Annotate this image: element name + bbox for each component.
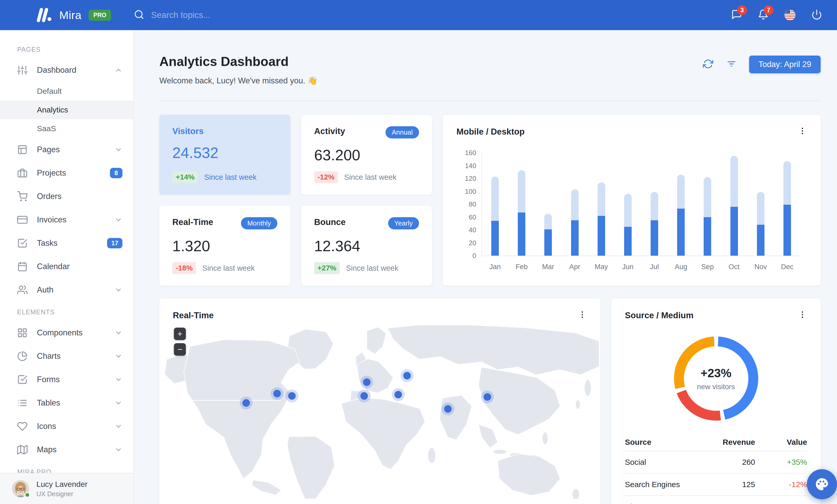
stat-delta-chip: -12% bbox=[314, 171, 338, 183]
sidebar-user-profile[interactable]: Lucy Lavender UX Designer bbox=[0, 473, 133, 504]
bar-segment-desktop bbox=[544, 214, 552, 229]
chevron-down-icon bbox=[114, 446, 122, 453]
sidebar-item-dashboard[interactable]: Dashboard bbox=[0, 58, 133, 82]
calendar-icon bbox=[17, 261, 28, 272]
bar-segment-mobile bbox=[677, 209, 685, 256]
date-range-button[interactable]: Today: April 29 bbox=[749, 56, 821, 73]
main-content: Analytics Dashboard Welcome back, Lucy! … bbox=[134, 30, 837, 504]
power-icon bbox=[811, 9, 822, 21]
pro-badge: PRO bbox=[89, 10, 111, 21]
sidebar-item-components[interactable]: Components bbox=[0, 321, 133, 344]
sidebar-item-label: Dashboard bbox=[37, 66, 76, 75]
sidebar-item-label: Tables bbox=[37, 398, 60, 408]
language-button[interactable] bbox=[784, 9, 796, 21]
sidebar-item-tasks[interactable]: Tasks17 bbox=[0, 231, 133, 255]
stat-card-visitors: Visitors24.532+14%Since last week bbox=[159, 115, 290, 194]
sidebar-item-projects[interactable]: Projects8 bbox=[0, 161, 133, 185]
bar-segment-mobile bbox=[571, 220, 578, 256]
sidebar-item-charts[interactable]: Charts bbox=[0, 344, 133, 368]
more-vertical-icon bbox=[798, 127, 807, 136]
check-square-icon bbox=[17, 238, 28, 248]
sidebar-count-badge: 8 bbox=[110, 168, 122, 178]
stat-period-badge[interactable]: Annual bbox=[386, 126, 419, 138]
source-menu-button[interactable] bbox=[798, 311, 807, 320]
layout-icon bbox=[17, 145, 28, 155]
bar-segment-desktop bbox=[598, 182, 605, 216]
sidebar-item-maps[interactable]: Maps bbox=[0, 438, 133, 461]
messages-count-badge: 3 bbox=[737, 5, 747, 15]
sidebar-item-tables[interactable]: Tables bbox=[0, 391, 133, 415]
sidebar-subitem-saas[interactable]: SaaS bbox=[0, 119, 133, 138]
analytics-dashboard-page: { "navbar": { "brand": "Mira", "brand_ba… bbox=[0, 0, 837, 504]
y-axis-tick: 100 bbox=[458, 187, 476, 195]
more-vertical-icon bbox=[578, 310, 587, 320]
chart-menu-button[interactable] bbox=[798, 127, 807, 136]
bar-segment-mobile bbox=[544, 229, 552, 256]
pie-chart-icon bbox=[17, 351, 28, 361]
y-axis-tick: 20 bbox=[458, 239, 476, 247]
stat-caption: Since last week bbox=[344, 173, 397, 182]
x-axis-label: Feb bbox=[515, 263, 528, 271]
sidebar-item-icons[interactable]: Icons bbox=[0, 415, 133, 438]
table-row-social: Social260+35% bbox=[625, 451, 807, 473]
map-marker bbox=[484, 393, 491, 401]
search-input[interactable] bbox=[151, 10, 297, 20]
bar-segment-desktop bbox=[651, 192, 658, 220]
stat-value: 24.532 bbox=[172, 144, 277, 161]
user-name: Lucy Lavender bbox=[36, 480, 88, 489]
heart-icon bbox=[17, 421, 28, 431]
bar-segment-desktop bbox=[783, 161, 791, 205]
y-axis-tick: 60 bbox=[458, 213, 476, 221]
theme-settings-fab[interactable] bbox=[807, 469, 837, 499]
sidebar-subitem-analytics[interactable]: Analytics bbox=[0, 100, 133, 119]
notifications-button[interactable]: 7 bbox=[758, 10, 769, 21]
sidebar-item-label: Auth bbox=[37, 285, 54, 295]
cell-value: +35% bbox=[755, 458, 807, 467]
brand[interactable]: Mira PRO bbox=[0, 7, 111, 23]
map-zoom-in-button[interactable]: + bbox=[174, 328, 186, 340]
map-zoom-controls: + − bbox=[174, 328, 186, 356]
users-icon bbox=[17, 285, 28, 295]
bar-segment-mobile bbox=[624, 227, 631, 256]
cell-source: Social bbox=[625, 458, 695, 467]
sidebar-item-orders[interactable]: Orders bbox=[0, 185, 133, 208]
navbar-actions: 3 7 bbox=[731, 9, 837, 21]
sidebar-item-invoices[interactable]: Invoices bbox=[0, 208, 133, 231]
messages-button[interactable]: 3 bbox=[731, 10, 742, 21]
y-axis-tick: 120 bbox=[458, 174, 476, 183]
sidebar-item-pages[interactable]: Pages bbox=[0, 138, 133, 161]
stat-period-badge[interactable]: Monthly bbox=[241, 217, 277, 229]
navbar-search[interactable] bbox=[134, 10, 297, 21]
chevron-up-icon bbox=[114, 66, 122, 74]
bar-segment-mobile bbox=[518, 212, 526, 256]
x-axis-label: Aug bbox=[675, 263, 687, 271]
chart-card-title: Mobile / Desktop bbox=[457, 127, 524, 137]
palette-icon bbox=[815, 477, 829, 491]
bar-segment-mobile bbox=[598, 216, 605, 256]
sidebar-item-auth[interactable]: Auth bbox=[0, 278, 133, 302]
header-actions: Today: April 29 bbox=[702, 56, 821, 73]
more-vertical-icon bbox=[798, 310, 807, 320]
sidebar-item-forms[interactable]: Forms bbox=[0, 368, 133, 391]
stat-caption: Since last week bbox=[202, 264, 255, 273]
sidebar-item-calendar[interactable]: Calendar bbox=[0, 255, 133, 278]
page-title: Analytics Dashboard bbox=[159, 54, 318, 69]
sliders-icon bbox=[17, 65, 28, 75]
logout-button[interactable] bbox=[811, 10, 822, 21]
chevron-down-icon bbox=[114, 399, 122, 407]
filter-button[interactable] bbox=[726, 59, 737, 70]
stat-period-badge[interactable]: Yearly bbox=[388, 217, 419, 229]
bar-segment-mobile bbox=[757, 225, 765, 256]
notifications-count-badge: 7 bbox=[764, 5, 773, 15]
bar-may: May bbox=[598, 182, 605, 256]
cell-value: +46% bbox=[755, 502, 807, 504]
map-menu-button[interactable] bbox=[577, 311, 587, 320]
bar-segment-desktop bbox=[518, 170, 526, 212]
refresh-button[interactable] bbox=[702, 59, 714, 70]
map-marker bbox=[360, 392, 368, 400]
map-zoom-out-button[interactable]: − bbox=[174, 343, 186, 356]
bar-segment-desktop bbox=[491, 177, 499, 221]
sidebar-subitem-default[interactable]: Default bbox=[0, 82, 133, 100]
y-axis-tick: 0 bbox=[458, 252, 476, 260]
realtime-map-card: Real-Time bbox=[159, 299, 601, 504]
